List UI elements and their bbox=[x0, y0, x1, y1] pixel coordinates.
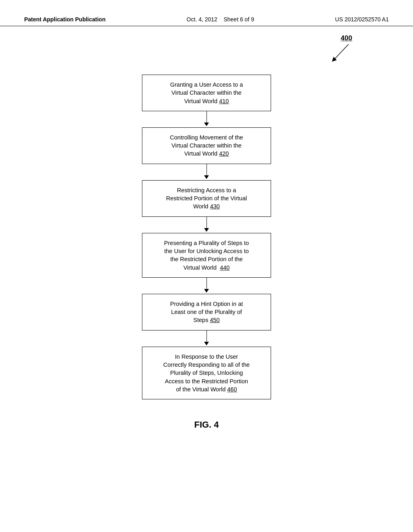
ref-460: 460 bbox=[227, 386, 237, 393]
date-label: Oct. 4, 2012 bbox=[187, 16, 217, 23]
box-450-text: Providing a Hint Option in atLeast one o… bbox=[170, 301, 243, 324]
ref-450: 450 bbox=[210, 317, 219, 323]
date-sheet: Oct. 4, 2012 Sheet 6 of 9 bbox=[187, 16, 254, 23]
svg-line-0 bbox=[334, 44, 348, 59]
page-header: Patent Application Publication Oct. 4, 2… bbox=[0, 0, 413, 26]
ref-420: 420 bbox=[219, 150, 229, 157]
box-440-text: Presenting a Plurality of Steps tothe Us… bbox=[164, 240, 249, 271]
arrow-440-450 bbox=[204, 278, 209, 294]
flow-box-460: In Response to the UserCorrectly Respond… bbox=[142, 347, 271, 399]
flow-box-450: Providing a Hint Option in atLeast one o… bbox=[142, 294, 271, 330]
ref-430: 430 bbox=[210, 203, 220, 210]
sheet-label: Sheet 6 of 9 bbox=[223, 16, 254, 23]
patent-number: US 2012/0252570 A1 bbox=[335, 16, 389, 23]
arrow-430-440 bbox=[204, 217, 209, 233]
ref-440: 440 bbox=[220, 264, 229, 271]
box-420-text: Controlling Movement of theVirtual Chara… bbox=[170, 134, 243, 157]
fig-label: FIG. 4 bbox=[194, 420, 219, 430]
ref-410: 410 bbox=[219, 98, 229, 104]
arrow-410-420 bbox=[204, 111, 209, 127]
flowchart: Granting a User Access to aVirtual Chara… bbox=[0, 75, 413, 399]
box-430-text: Restricting Access to aRestricted Portio… bbox=[166, 187, 247, 210]
page: Patent Application Publication Oct. 4, 2… bbox=[0, 0, 413, 532]
flow-box-410: Granting a User Access to aVirtual Chara… bbox=[142, 75, 271, 111]
publication-label: Patent Application Publication bbox=[24, 16, 106, 23]
arrow-450-460 bbox=[204, 330, 209, 347]
ref-400-arrow bbox=[326, 42, 355, 64]
box-410-text: Granting a User Access to aVirtual Chara… bbox=[170, 81, 243, 104]
box-460-text: In Response to the UserCorrectly Respond… bbox=[163, 353, 250, 393]
flow-box-430: Restricting Access to aRestricted Portio… bbox=[142, 180, 271, 217]
main-content: 400 Granting a User Access to aVirtual C… bbox=[0, 26, 413, 430]
flow-box-440: Presenting a Plurality of Steps tothe Us… bbox=[142, 233, 271, 278]
flow-box-420: Controlling Movement of theVirtual Chara… bbox=[142, 127, 271, 164]
arrow-420-430 bbox=[204, 164, 209, 180]
ref-400-label: 400 bbox=[341, 34, 352, 42]
